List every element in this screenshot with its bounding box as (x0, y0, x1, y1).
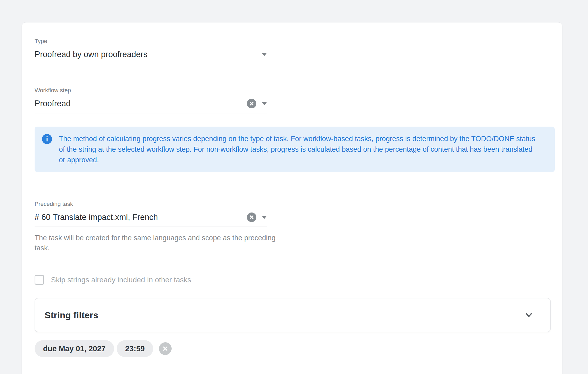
type-field-label: Type (35, 38, 267, 45)
preceding-task-helper-text: The task will be created for the same la… (35, 233, 280, 253)
preceding-task-value: # 60 Translate impact.xml, French (35, 212, 247, 223)
workflow-step-label: Workflow step (35, 87, 267, 94)
task-form-card: Type Proofread by own proofreaders Workf… (22, 22, 562, 374)
type-select-value: Proofread by own proofreaders (35, 49, 262, 60)
clear-x-icon (249, 101, 254, 106)
preceding-task-field: Preceding task # 60 Translate impact.xml… (35, 201, 267, 227)
workflow-step-clear-button[interactable] (247, 99, 256, 108)
string-filters-panel-header[interactable]: String filters (35, 298, 551, 332)
preceding-task-select[interactable]: # 60 Translate impact.xml, French (35, 212, 267, 227)
caret-down-icon[interactable] (262, 53, 267, 56)
caret-down-icon[interactable] (262, 102, 267, 105)
clear-x-icon (249, 215, 254, 220)
workflow-step-field: Workflow step Proofread (35, 87, 267, 113)
task-form-content: Type Proofread by own proofreaders Workf… (22, 22, 562, 357)
string-filters-title: String filters (45, 310, 98, 320)
progress-info-banner: i The method of calculating progress var… (35, 127, 555, 172)
close-x-icon (162, 346, 168, 352)
skip-strings-checkbox-row: Skip strings already included in other t… (35, 275, 549, 285)
due-time-chip[interactable]: 23:59 (117, 340, 153, 357)
workflow-step-select[interactable]: Proofread (35, 98, 267, 113)
type-field: Type Proofread by own proofreaders (35, 38, 267, 64)
workflow-step-value: Proofread (35, 98, 247, 109)
preceding-task-label: Preceding task (35, 201, 267, 207)
caret-down-icon[interactable] (262, 216, 267, 219)
chevron-down-icon[interactable] (524, 310, 534, 320)
progress-info-text: The method of calculating progress varie… (59, 133, 539, 165)
remove-due-date-button[interactable] (159, 342, 172, 355)
checkbox-unchecked-icon (35, 275, 44, 285)
type-select[interactable]: Proofread by own proofreaders (35, 49, 267, 64)
due-date-chips-row: due May 01, 2027 23:59 (35, 340, 549, 357)
skip-strings-checkbox-label: Skip strings already included in other t… (51, 276, 191, 284)
info-icon: i (42, 134, 52, 144)
preceding-task-clear-button[interactable] (247, 213, 256, 222)
due-date-chip[interactable]: due May 01, 2027 (35, 340, 114, 357)
